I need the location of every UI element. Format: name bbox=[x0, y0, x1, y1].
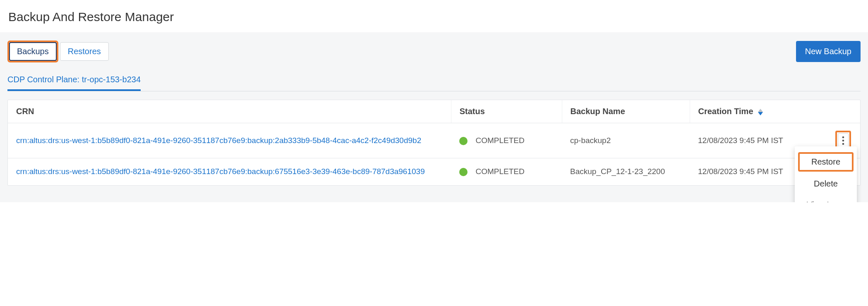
row-actions-menu: Restore Delete View Logs bbox=[795, 146, 857, 202]
creation-time-label: Creation Time bbox=[698, 107, 753, 116]
row-actions-button[interactable] bbox=[838, 133, 849, 148]
control-plane-tab[interactable]: CDP Control Plane: tr-opc-153-b234 bbox=[7, 72, 141, 91]
content-area: Backups Restores New Backup CDP Control … bbox=[0, 32, 868, 202]
control-plane-prefix: CDP Control Plane: bbox=[7, 75, 82, 84]
backup-name-cell: Backup_CP_12-1-23_2200 bbox=[562, 158, 690, 185]
backups-table: CRN Status Backup Name Creation Time crn… bbox=[7, 100, 861, 186]
tab-group: Backups Restores bbox=[7, 41, 109, 62]
status-text: COMPLETED bbox=[475, 136, 524, 145]
crn-link[interactable]: crn:altus:drs:us-west-1:b5b89df0-821a-49… bbox=[16, 136, 421, 145]
new-backup-button[interactable]: New Backup bbox=[796, 41, 861, 62]
col-header-crn[interactable]: CRN bbox=[8, 100, 451, 123]
action-restore[interactable]: Restore bbox=[798, 152, 854, 172]
col-header-backup-name[interactable]: Backup Name bbox=[562, 100, 690, 123]
svg-point-4 bbox=[842, 143, 844, 145]
tab-restores[interactable]: Restores bbox=[60, 42, 109, 61]
status-dot-icon bbox=[459, 168, 468, 176]
svg-point-2 bbox=[842, 136, 844, 139]
crn-link[interactable]: crn:altus:drs:us-west-1:b5b89df0-821a-49… bbox=[16, 167, 425, 176]
tab-backups[interactable]: Backups bbox=[9, 42, 57, 61]
table-row: crn:altus:drs:us-west-1:b5b89df0-821a-49… bbox=[8, 158, 860, 185]
status-text: COMPLETED bbox=[475, 167, 524, 176]
svg-marker-0 bbox=[758, 109, 763, 112]
toolbar: Backups Restores New Backup bbox=[7, 41, 861, 62]
status-dot-icon bbox=[459, 137, 468, 145]
control-plane-tab-row: CDP Control Plane: tr-opc-153-b234 bbox=[7, 72, 861, 91]
sort-icon bbox=[758, 109, 763, 115]
col-header-status[interactable]: Status bbox=[451, 100, 562, 123]
col-header-creation-time[interactable]: Creation Time bbox=[690, 100, 860, 123]
svg-point-3 bbox=[842, 140, 844, 142]
action-delete[interactable]: Delete bbox=[795, 173, 857, 194]
action-view-logs[interactable]: View Logs bbox=[795, 194, 857, 202]
table-row: crn:altus:drs:us-west-1:b5b89df0-821a-49… bbox=[8, 123, 860, 158]
svg-marker-1 bbox=[758, 112, 763, 115]
control-plane-name: tr-opc-153-b234 bbox=[82, 75, 141, 84]
kebab-icon bbox=[842, 136, 844, 145]
page-title: Backup And Restore Manager bbox=[0, 0, 868, 32]
tab-backups-highlight: Backups bbox=[7, 41, 58, 62]
backup-name-cell: cp-backup2 bbox=[562, 123, 690, 158]
